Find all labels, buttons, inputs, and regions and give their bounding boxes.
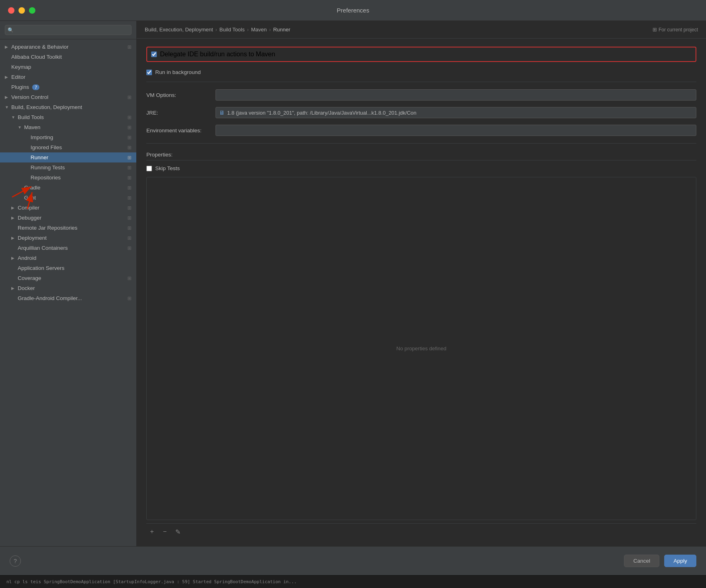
sidebar-item-version-control[interactable]: ▶ Version Control ⊞ xyxy=(0,92,136,102)
sidebar-item-application-servers[interactable]: Application Servers xyxy=(0,263,136,273)
copy-icon: ⊞ xyxy=(127,245,131,251)
vm-options-row: VM Options: xyxy=(146,86,696,104)
sidebar-item-label: Build Tools xyxy=(18,114,44,120)
sidebar-item-coverage[interactable]: Coverage ⊞ xyxy=(0,273,136,283)
breadcrumb-current: Runner xyxy=(273,27,290,33)
sidebar-item-remote-jar[interactable]: Remote Jar Repositories ⊞ xyxy=(0,223,136,233)
divider-2 xyxy=(146,143,696,144)
sidebar-item-label: Appearance & Behavior xyxy=(11,44,69,50)
properties-area: No properties defined xyxy=(146,177,696,520)
expand-arrow-icon: ▶ xyxy=(5,75,11,79)
sidebar-item-label: Gradle-Android Compiler... xyxy=(18,295,82,301)
title-bar: Preferences xyxy=(0,0,706,21)
apply-button[interactable]: Apply xyxy=(664,555,696,567)
sidebar-item-build-exec-deploy[interactable]: ▼ Build, Execution, Deployment xyxy=(0,102,136,112)
vm-options-input[interactable] xyxy=(215,89,696,101)
sidebar: 🔍 ▶ Appearance & Behavior ⊞ Alibaba Clou… xyxy=(0,21,137,546)
jre-dropdown[interactable]: 🖥 1.8 (java version "1.8.0_201", path: /… xyxy=(215,107,696,118)
sidebar-item-plugins[interactable]: Plugins 7 xyxy=(0,82,136,92)
cancel-button[interactable]: Cancel xyxy=(624,555,659,567)
breadcrumb-sep-3: › xyxy=(269,27,271,33)
collapse-arrow-icon: ▼ xyxy=(5,105,11,109)
remove-property-button[interactable]: − xyxy=(159,527,170,537)
expand-arrow-icon: ▶ xyxy=(5,95,11,99)
vm-options-label: VM Options: xyxy=(146,92,211,98)
edit-property-button[interactable]: ✎ xyxy=(172,527,183,537)
sidebar-item-label: Docker xyxy=(18,285,35,291)
sidebar-item-label: Android xyxy=(18,255,37,261)
delegate-checkbox[interactable] xyxy=(151,51,157,57)
settings-panel: Delegate IDE build/run actions to Maven … xyxy=(137,39,706,546)
sidebar-item-editor[interactable]: ▶ Editor xyxy=(0,72,136,82)
sidebar-item-docker[interactable]: ▶ Docker xyxy=(0,283,136,293)
sidebar-item-label: Application Servers xyxy=(18,265,64,271)
copy-icon: ⊞ xyxy=(127,235,131,241)
for-project-label: For current project xyxy=(659,27,698,33)
env-vars-input[interactable] xyxy=(215,125,696,136)
env-vars-label: Environment variables: xyxy=(146,127,211,134)
collapse-arrow-icon: ▼ xyxy=(18,125,24,130)
content-area: Build, Execution, Deployment › Build Too… xyxy=(137,21,706,546)
skip-tests-checkbox[interactable] xyxy=(146,166,152,171)
sidebar-item-appearance-behavior[interactable]: ▶ Appearance & Behavior ⊞ xyxy=(0,42,136,52)
breadcrumb: Build, Execution, Deployment › Build Too… xyxy=(137,21,706,39)
sidebar-item-repositories[interactable]: Repositories ⊞ xyxy=(0,173,136,183)
sidebar-item-running-tests[interactable]: Running Tests ⊞ xyxy=(0,162,136,173)
sidebar-item-build-tools[interactable]: ▼ Build Tools ⊞ xyxy=(0,112,136,122)
skip-tests-label: Skip Tests xyxy=(155,165,180,171)
main-layout: 🔍 ▶ Appearance & Behavior ⊞ Alibaba Clou… xyxy=(0,21,706,546)
divider-1 xyxy=(146,82,696,82)
collapse-arrow-icon: ▼ xyxy=(11,115,18,119)
breadcrumb-part-2: Build Tools xyxy=(220,27,245,33)
expand-arrow-icon: ▶ xyxy=(11,206,18,210)
search-icon: 🔍 xyxy=(8,27,14,33)
close-button[interactable] xyxy=(8,7,14,14)
project-icon: ⊞ xyxy=(653,27,657,33)
sidebar-item-compiler[interactable]: ▶ Compiler ⊞ xyxy=(0,203,136,213)
sidebar-item-debugger[interactable]: ▶ Debugger ⊞ xyxy=(0,213,136,223)
sidebar-item-maven[interactable]: ▼ Maven ⊞ xyxy=(0,122,136,132)
copy-icon: ⊞ xyxy=(127,165,131,171)
sidebar-item-runner[interactable]: Runner ⊞ xyxy=(0,152,136,162)
help-button[interactable]: ? xyxy=(10,555,21,567)
breadcrumb-part-3: Maven xyxy=(251,27,267,33)
jre-value: 1.8 (java version "1.8.0_201", path: /Li… xyxy=(227,110,417,116)
jre-icon: 🖥 xyxy=(219,109,225,116)
sidebar-item-importing[interactable]: Importing ⊞ xyxy=(0,132,136,142)
copy-icon: ⊞ xyxy=(127,175,131,181)
minimize-button[interactable] xyxy=(18,7,25,14)
bottom-bar: ? Cancel Apply xyxy=(0,546,706,575)
maximize-button[interactable] xyxy=(29,7,35,14)
delegate-label: Delegate IDE build/run actions to Maven xyxy=(160,51,275,58)
sidebar-item-label: Gant xyxy=(24,195,36,201)
expand-arrow-icon: ▶ xyxy=(11,256,18,260)
sidebar-item-deployment[interactable]: ▶ Deployment ⊞ xyxy=(0,233,136,243)
terminal-bar: nl cp ls teis SpringBootDemoApplication … xyxy=(0,575,706,588)
sidebar-item-keymap[interactable]: Keymap xyxy=(0,62,136,72)
breadcrumb-path: Build, Execution, Deployment › Build Too… xyxy=(145,27,290,33)
sidebar-item-alibaba[interactable]: Alibaba Cloud Toolkit xyxy=(0,52,136,62)
expand-arrow-icon: ▶ xyxy=(11,286,18,290)
sidebar-item-label: Ignored Files xyxy=(31,144,62,150)
sidebar-item-label: Version Control xyxy=(11,94,48,100)
no-properties-text: No properties defined xyxy=(396,345,446,352)
run-background-checkbox[interactable] xyxy=(146,70,152,75)
sidebar-item-android[interactable]: ▶ Android xyxy=(0,253,136,263)
sidebar-item-ignored-files[interactable]: Ignored Files ⊞ xyxy=(0,142,136,152)
copy-icon: ⊞ xyxy=(127,135,131,140)
sidebar-item-label: Running Tests xyxy=(31,164,65,171)
skip-tests-row: Skip Tests xyxy=(146,163,696,174)
search-input[interactable] xyxy=(5,25,131,35)
copy-icon: ⊞ xyxy=(127,95,131,100)
sidebar-item-arquillian[interactable]: Arquillian Containers ⊞ xyxy=(0,243,136,253)
sidebar-item-label: Compiler xyxy=(18,205,39,211)
expand-arrow-icon: ▶ xyxy=(5,45,11,49)
copy-icon: ⊞ xyxy=(127,145,131,150)
sidebar-item-gradle-android[interactable]: Gradle-Android Compiler... ⊞ xyxy=(0,293,136,303)
sidebar-item-gant[interactable]: Gant ⊞ xyxy=(0,193,136,203)
sidebar-item-gradle[interactable]: Gradle ⊞ xyxy=(0,183,136,193)
sidebar-item-label: Coverage xyxy=(18,275,41,281)
copy-icon: ⊞ xyxy=(127,225,131,231)
sidebar-item-label: Arquillian Containers xyxy=(18,245,68,251)
add-property-button[interactable]: + xyxy=(146,527,158,537)
